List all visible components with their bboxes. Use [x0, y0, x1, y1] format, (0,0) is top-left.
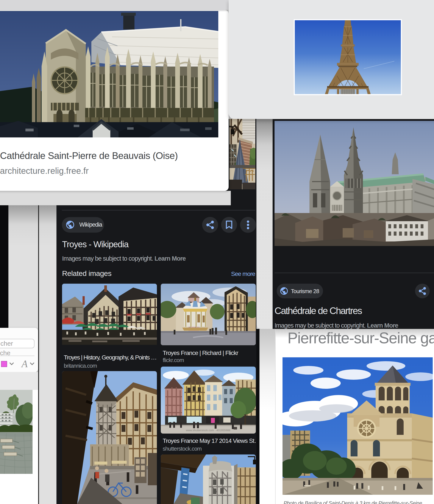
svg-text:www.shutterstock.com · 4019559: www.shutterstock.com · 401955988	[186, 429, 230, 432]
